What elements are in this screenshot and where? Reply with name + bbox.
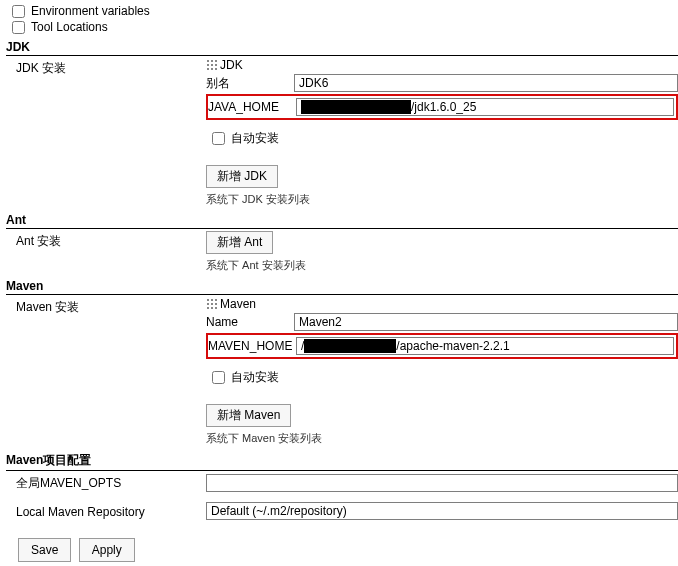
jdk-alias-input[interactable] — [294, 74, 678, 92]
jdk-auto-install-label: 自动安装 — [231, 130, 279, 147]
add-ant-button[interactable]: 新增 Ant — [206, 231, 273, 254]
ant-section-header: Ant — [6, 213, 678, 229]
jdk-install-label: JDK 安装 — [6, 58, 206, 77]
maven-config-section-header: Maven项目配置 — [6, 452, 678, 471]
env-vars-checkbox[interactable] — [12, 5, 25, 18]
redacted-bar — [301, 100, 411, 114]
maven-home-highlight: MAVEN_HOME / /apache-maven-2.2.1 — [206, 333, 678, 359]
apply-button[interactable]: Apply — [79, 538, 135, 562]
drag-handle-icon[interactable] — [206, 298, 218, 310]
jdk-home-input[interactable]: /jdk1.6.0_25 — [296, 98, 674, 116]
maven-home-label: MAVEN_HOME — [208, 339, 296, 353]
redacted-bar — [304, 339, 396, 353]
maven-install-label: Maven 安装 — [6, 297, 206, 316]
jdk-home-suffix: /jdk1.6.0_25 — [411, 100, 476, 114]
maven-name-input[interactable] — [294, 313, 678, 331]
maven-home-suffix: /apache-maven-2.2.1 — [396, 339, 509, 353]
jdk-home-highlight: JAVA_HOME /jdk1.6.0_25 — [206, 94, 678, 120]
jdk-section-header: JDK — [6, 40, 678, 56]
maven-home-input[interactable]: / /apache-maven-2.2.1 — [296, 337, 674, 355]
global-maven-opts-input[interactable] — [206, 474, 678, 492]
maven-section-header: Maven — [6, 279, 678, 295]
local-maven-repo-label: Local Maven Repository — [6, 503, 206, 519]
maven-list-note: 系统下 Maven 安装列表 — [206, 431, 678, 446]
tool-locations-checkbox[interactable] — [12, 21, 25, 34]
ant-install-label: Ant 安装 — [6, 231, 206, 250]
ant-list-note: 系统下 Ant 安装列表 — [206, 258, 678, 273]
local-maven-repo-input[interactable] — [206, 502, 678, 520]
add-jdk-button[interactable]: 新增 JDK — [206, 165, 278, 188]
maven-auto-install-checkbox[interactable] — [212, 371, 225, 384]
drag-handle-icon[interactable] — [206, 59, 218, 71]
jdk-list-note: 系统下 JDK 安装列表 — [206, 192, 678, 207]
jdk-home-label: JAVA_HOME — [208, 100, 296, 114]
env-vars-label: Environment variables — [31, 4, 150, 18]
global-maven-opts-label: 全局MAVEN_OPTS — [6, 473, 206, 492]
jdk-tool-name: JDK — [220, 58, 243, 72]
jdk-auto-install-checkbox[interactable] — [212, 132, 225, 145]
tool-locations-label: Tool Locations — [31, 20, 108, 34]
add-maven-button[interactable]: 新增 Maven — [206, 404, 291, 427]
jdk-alias-label: 别名 — [206, 75, 294, 92]
maven-tool-name: Maven — [220, 297, 256, 311]
save-button[interactable]: Save — [18, 538, 71, 562]
maven-auto-install-label: 自动安装 — [231, 369, 279, 386]
maven-name-label: Name — [206, 315, 294, 329]
